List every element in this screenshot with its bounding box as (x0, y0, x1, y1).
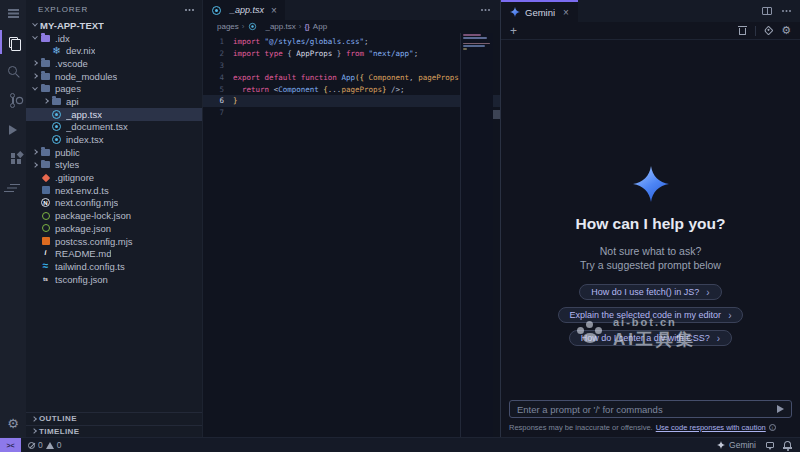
logs-icon[interactable] (0, 173, 26, 202)
send-icon[interactable] (777, 405, 784, 413)
next-icon: N (40, 197, 51, 208)
tab-gemini[interactable]: Gemini × (501, 0, 578, 22)
chevron-right-icon: › (728, 310, 731, 321)
suggested-prompt-1[interactable]: How do I use fetch() in JS?› (579, 284, 721, 300)
workspace-root[interactable]: MY-APP-TEXT (26, 19, 202, 32)
tree-item-api[interactable]: api (26, 95, 202, 108)
gemini-settings-icon[interactable]: ⚙ (781, 25, 791, 36)
code-line-2[interactable]: 2import type { AppProps } from "next/app… (203, 48, 500, 60)
minimap[interactable] (460, 33, 493, 437)
panel-tab-close-icon[interactable]: × (563, 7, 569, 18)
file-tree: MY-APP-TEXT .idx❄dev.nix.vscodenode_modu… (26, 19, 202, 412)
tree-item--document-tsx[interactable]: _document.tsx (26, 121, 202, 134)
explorer-title: EXPLORER (38, 5, 88, 14)
remote-indicator[interactable]: >< (0, 438, 21, 452)
tree-item-next-env-d-ts[interactable]: next-env.d.ts (26, 184, 202, 197)
info-icon: i (40, 248, 51, 259)
folder-icon (40, 58, 51, 69)
tag-icon[interactable] (764, 26, 774, 36)
folder-icon (40, 83, 51, 94)
notifications-bell-icon[interactable] (784, 441, 791, 447)
tree-item-index-tsx[interactable]: index.tsx (26, 133, 202, 146)
tree-item-label: postcss.config.mjs (55, 236, 133, 247)
timeline-section[interactable]: TIMELINE (26, 425, 202, 438)
suggested-prompt-2[interactable]: Explain the selected code in my editor› (558, 307, 744, 323)
line-number: 5 (203, 85, 233, 94)
folder-icon (51, 96, 62, 107)
breadcrumb-app-symbol[interactable]: {} App (304, 22, 327, 31)
editor-scrollbar[interactable] (493, 110, 500, 119)
settings-gear-icon[interactable]: ⚙ (0, 409, 26, 437)
errors-icon (28, 442, 35, 449)
gemini-status-item[interactable]: Gemini (717, 440, 756, 450)
code-line-3[interactable]: 3 (203, 60, 500, 72)
gemini-panel: Gemini × + ⚙ (500, 0, 800, 437)
tree-item--vscode[interactable]: .vscode (26, 57, 202, 70)
tree-item-label: styles (55, 159, 79, 170)
outline-section[interactable]: OUTLINE (26, 412, 202, 425)
problems-status[interactable]: 0 0 (28, 440, 61, 450)
symbol-namespace-icon: {} (304, 23, 309, 30)
trash-icon[interactable] (739, 28, 746, 35)
run-debug-icon[interactable] (0, 115, 26, 144)
tree-item-label: _app.tsx (66, 109, 102, 120)
tsb-icon: ts (40, 274, 51, 285)
code-line-6[interactable]: 6} (203, 95, 500, 107)
tree-item-postcss-config-mjs[interactable]: postcss.config.mjs (26, 235, 202, 248)
explorer-more-icon[interactable] (185, 9, 187, 11)
search-icon[interactable] (0, 57, 26, 86)
tree-item-package-lock-json[interactable]: package-lock.json (26, 209, 202, 222)
line-number: 4 (203, 73, 233, 82)
tree-item-label: node_modules (55, 71, 117, 82)
tree-item-styles[interactable]: styles (26, 159, 202, 172)
editor-actions-icon[interactable] (481, 9, 483, 11)
code-line-7[interactable]: 7 (203, 107, 500, 119)
folder-icon (40, 159, 51, 170)
tab-close-icon[interactable]: × (271, 5, 277, 16)
code-line-1[interactable]: 1import "@/styles/globals.css"; (203, 36, 500, 48)
tree-item-next-config-mjs[interactable]: Nnext.config.mjs (26, 197, 202, 210)
tree-item-label: index.tsx (66, 134, 104, 145)
menu-icon[interactable] (0, 0, 26, 27)
tree-item--gitignore[interactable]: .gitignore (26, 171, 202, 184)
extensions-icon[interactable] (0, 144, 26, 173)
split-editor-icon[interactable] (762, 7, 772, 15)
source-control-icon[interactable] (0, 86, 26, 115)
code-line-4[interactable]: 4export default function App({ Component… (203, 71, 500, 83)
tree-item-package-json[interactable]: package.json (26, 222, 202, 235)
tree-item-readme-md[interactable]: iREADME.md (26, 247, 202, 260)
code-editor[interactable]: 1import "@/styles/globals.css";2import t… (203, 33, 500, 437)
tree-item-tsconfig-json[interactable]: tstsconfig.json (26, 273, 202, 286)
tree-item-tailwind-config-ts[interactable]: ≈tailwind.config.ts (26, 260, 202, 273)
tree-item-label: .vscode (55, 58, 88, 69)
tree-item--app-tsx[interactable]: _app.tsx (26, 108, 202, 121)
activity-bar: ⚙ (0, 0, 26, 437)
explorer-sidebar: EXPLORER MY-APP-TEXT .idx❄dev.nix.vscode… (26, 0, 203, 437)
feedback-icon[interactable] (766, 442, 774, 448)
new-chat-button[interactable]: + (510, 24, 517, 38)
tree-item-node-modules[interactable]: node_modules (26, 70, 202, 83)
prompt-input[interactable] (517, 404, 777, 415)
breadcrumb-app-tsx[interactable]: _app.tsx (247, 21, 295, 32)
explorer-icon[interactable] (0, 27, 26, 57)
gemini-heading: How can I help you? (576, 215, 726, 233)
caution-link[interactable]: Use code responses with caution (656, 423, 766, 432)
gemini-subtitle: Not sure what to ask? Try a suggested pr… (580, 244, 721, 272)
tree-item-pages[interactable]: pages (26, 82, 202, 95)
tree-item-public[interactable]: public (26, 146, 202, 159)
tree-item-dev-nix[interactable]: ❄dev.nix (26, 44, 202, 57)
panel-more-icon[interactable] (782, 10, 784, 12)
json-icon (40, 210, 51, 221)
tree-item-label: tailwind.config.ts (55, 261, 125, 272)
react-icon (249, 22, 258, 31)
json-icon (40, 223, 51, 234)
gemini-disclaimer: Responses may be inaccurate or offensive… (509, 423, 792, 432)
breadcrumb-pages[interactable]: pages (217, 22, 239, 31)
react-icon (211, 5, 222, 16)
tab-app-tsx[interactable]: _app.tsx × (203, 0, 285, 20)
suggested-prompt-3[interactable]: How do I center a div with CSS?› (569, 330, 732, 346)
tree-item--idx[interactable]: .idx (26, 32, 202, 45)
tree-item-label: .idx (55, 33, 70, 44)
panel-tab-bar: Gemini × (501, 0, 800, 22)
code-line-5[interactable]: 5 return <Component {...pageProps} />; (203, 83, 500, 95)
